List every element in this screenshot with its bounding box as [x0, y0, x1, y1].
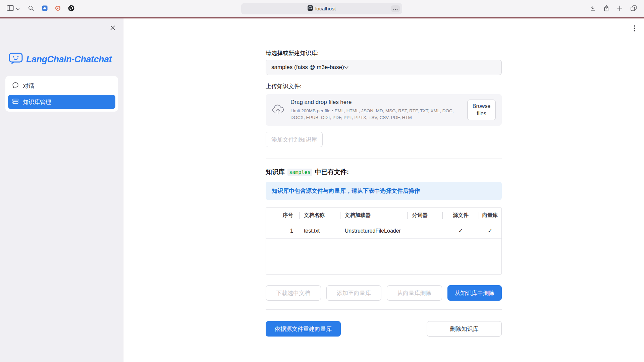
remove-from-vector-store-button[interactable]: 从向量库删除 — [387, 285, 442, 301]
kb-select-label: 请选择或新建知识库: — [266, 49, 502, 57]
divider — [266, 159, 502, 159]
add-to-vector-store-button[interactable]: 添加至向量库 — [326, 285, 382, 301]
chevron-down-icon — [16, 6, 19, 12]
nav-item-label: 知识库管理 — [23, 98, 51, 106]
divider — [266, 309, 502, 310]
nav-item-chat[interactable]: 对话 — [8, 79, 115, 93]
browse-files-button[interactable]: Browse files — [467, 100, 496, 120]
main-content: 请选择或新建知识库: samples (faiss @ m3e-base) 上传… — [123, 18, 644, 362]
chevron-down-icon — [344, 64, 348, 70]
kb-select[interactable]: samples (faiss @ m3e-base) — [266, 60, 502, 75]
cell-source-file-check: ✓ — [442, 223, 479, 238]
knowledge-base-icon — [12, 98, 19, 106]
share-button[interactable] — [604, 5, 609, 12]
blue-extension-icon — [42, 5, 48, 12]
table-header-row: 序号 文档名称 文档加载器 分词器 源文件 向量库 — [266, 208, 501, 223]
address-url: localhost — [315, 6, 336, 12]
search-icon — [28, 5, 34, 12]
address-more-button[interactable] — [391, 5, 400, 12]
dropzone-title: Drag and drop files here — [290, 99, 461, 106]
new-tab-button[interactable] — [617, 5, 623, 12]
cell-loader: UnstructuredFileLoader — [340, 223, 408, 238]
download-selected-button[interactable]: 下载选中文档 — [266, 285, 321, 301]
kb-name-code: samples — [287, 169, 312, 176]
share-icon — [604, 5, 609, 12]
extension-button-orange[interactable] — [55, 5, 61, 12]
kb-files-heading-prefix: 知识库 — [266, 168, 286, 175]
download-icon — [590, 5, 596, 12]
info-banner: 知识库中包含源文件与向量库，请从下表中选择文件后操作 — [266, 182, 502, 200]
downloads-button[interactable] — [590, 5, 596, 12]
close-icon — [110, 26, 115, 32]
browser-toolbar: localhost — [0, 0, 644, 17]
chat-bubble-icon — [12, 82, 19, 90]
file-actions-row: 下载选中文档 添加至向量库 从向量库删除 从知识库中删除 — [266, 285, 502, 301]
site-favicon — [308, 5, 313, 12]
cell-doc-name: test.txt — [299, 223, 340, 238]
dropzone-text: Drag and drop files here Limit 200MB per… — [290, 99, 461, 121]
kebab-menu-icon — [634, 27, 635, 33]
orange-ring-extension-icon — [55, 5, 61, 12]
cell-splitter — [407, 223, 442, 238]
table-row[interactable]: 1 test.txt UnstructuredFileLoader ✓ ✓ — [266, 223, 501, 239]
table-header-loader: 文档加载器 — [340, 208, 408, 223]
tabs-icon — [631, 5, 637, 12]
table-header-index: 序号 — [266, 208, 299, 223]
sidebar-nav: 对话 知识库管理 — [5, 76, 118, 112]
upload-label: 上传知识文件: — [266, 82, 502, 90]
sidebar-close-button[interactable] — [109, 24, 117, 33]
tab-overview-button[interactable] — [631, 5, 637, 12]
kb-management-page: 请选择或新建知识库: samples (faiss @ m3e-base) 上传… — [266, 18, 502, 337]
github-extension-button[interactable] — [68, 5, 74, 12]
add-files-to-kb-button[interactable]: 添加文件到知识库 — [266, 132, 323, 147]
cell-vector-store-check: ✓ — [479, 223, 501, 238]
delete-from-kb-button[interactable]: 从知识库中删除 — [447, 285, 502, 301]
nav-item-kb-management[interactable]: 知识库管理 — [8, 95, 115, 109]
plus-icon — [617, 5, 623, 12]
address-bar[interactable]: localhost — [241, 3, 402, 14]
nav-item-label: 对话 — [23, 82, 34, 90]
kb-files-table: 序号 文档名称 文档加载器 分词器 源文件 向量库 1 test.txt Uns… — [266, 207, 502, 275]
kb-select-value: samples (faiss @ m3e-base) — [271, 64, 344, 71]
table-header-doc-name: 文档名称 — [299, 208, 340, 223]
table-header-vector-store: 向量库 — [479, 208, 501, 223]
github-icon — [68, 5, 74, 12]
sidebar-toggle-button[interactable] — [7, 5, 19, 12]
table-header-source-file: 源文件 — [442, 208, 479, 223]
rebuild-vector-store-button[interactable]: 依据源文件重建向量库 — [266, 321, 341, 337]
dropzone-limit-text: Limit 200MB per file • EML, HTML, JSON, … — [290, 108, 461, 121]
ellipsis-icon — [393, 6, 398, 12]
logo-text: LangChain-Chatchat — [26, 54, 112, 65]
search-button[interactable] — [28, 5, 34, 12]
app-menu-button[interactable] — [632, 24, 637, 34]
delete-kb-button[interactable]: 删除知识库 — [427, 321, 502, 337]
sidebar-panel-icon — [7, 5, 14, 12]
table-header-splitter: 分词器 — [407, 208, 442, 223]
cell-index: 1 — [266, 223, 299, 238]
app-logo: LangChain-Chatchat — [9, 52, 123, 67]
sidebar: LangChain-Chatchat 对话 知识库管理 — [0, 18, 123, 362]
logo-chat-bubble-icon — [9, 52, 23, 67]
kb-files-heading-suffix: 中已有文件: — [313, 168, 349, 175]
cloud-upload-icon — [272, 104, 284, 116]
extension-button-blue[interactable] — [42, 5, 48, 12]
kb-bottom-actions: 依据源文件重建向量库 删除知识库 — [266, 321, 502, 337]
file-dropzone[interactable]: Drag and drop files here Limit 200MB per… — [266, 94, 502, 126]
kb-files-heading: 知识库 samples 中已有文件: — [266, 168, 502, 176]
